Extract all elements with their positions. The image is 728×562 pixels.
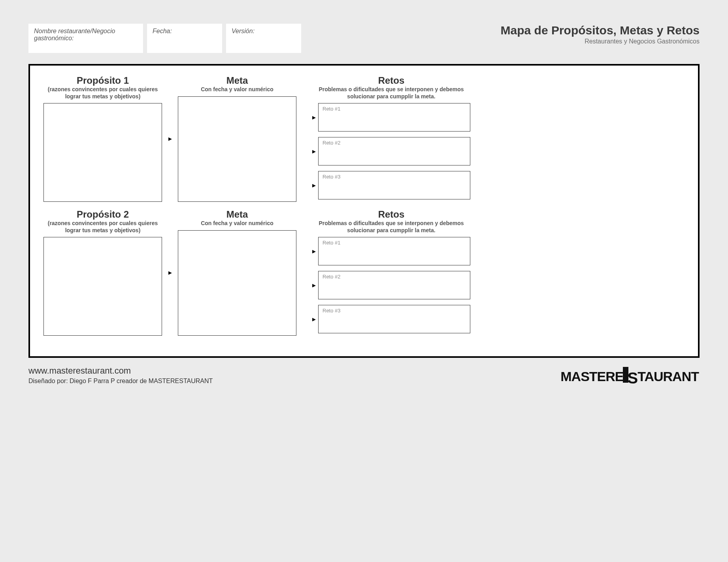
page-subtitle: Restaurantes y Negocios Gastronómicos: [501, 38, 700, 45]
reto-2-2-input[interactable]: [318, 271, 470, 299]
reto-1-1-input[interactable]: [318, 103, 470, 132]
proposito-2-subtitle: (razones convincentes por cuales quieres…: [43, 220, 162, 234]
reto-1-2-input[interactable]: [318, 137, 470, 165]
brand-logo: MASTERESTAURANT: [560, 367, 700, 385]
col-proposito-2: Propósito 2 (razones convincentes por cu…: [43, 209, 162, 336]
footer: www.masterestaurant.com Diseñado por: Di…: [28, 366, 700, 385]
arrow-right-icon: ▸: [168, 269, 172, 276]
arrow-right-icon: ▸: [312, 282, 316, 289]
canvas: Propósito 1 (razones convincentes por cu…: [28, 64, 700, 358]
section-2: Propósito 2 (razones convincentes por cu…: [43, 209, 685, 336]
arrow-right-icon: ▸: [312, 316, 316, 323]
col-head: Meta Con fecha y valor numérico: [178, 75, 296, 93]
arrow-spacer: [296, 209, 312, 336]
col-head: Retos Problemas o dificultades que se in…: [312, 209, 470, 234]
field-date[interactable]: Fecha:: [147, 24, 222, 53]
section-1: Propósito 1 (razones convincentes por cu…: [43, 75, 685, 202]
col-head: Propósito 1 (razones convincentes por cu…: [43, 75, 162, 100]
col-retos-1: Retos Problemas o dificultades que se in…: [312, 75, 470, 202]
col-head: Retos Problemas o dificultades que se in…: [312, 75, 470, 100]
reto-row: ▸: [312, 103, 470, 132]
col-head: Meta Con fecha y valor numérico: [178, 209, 296, 227]
reto-row: ▸: [312, 271, 470, 299]
reto-row: ▸: [312, 237, 470, 265]
reto-1-3-input[interactable]: [318, 171, 470, 199]
page-title: Mapa de Propósitos, Metas y Retos: [501, 24, 700, 37]
meta-1-subtitle: Con fecha y valor numérico: [178, 86, 296, 93]
reto-2-1-input[interactable]: [318, 237, 470, 265]
arrow-col: ▸: [162, 209, 178, 336]
retos-1-subtitle: Problemas o dificultades que se interpon…: [312, 86, 470, 100]
retos-2-title: Retos: [312, 209, 470, 220]
header-row: Nombre restaurante/Negocio gastronómico:…: [28, 24, 700, 53]
footer-left: www.masterestaurant.com Diseñado por: Di…: [28, 366, 213, 385]
col-head: Propósito 2 (razones convincentes por cu…: [43, 209, 162, 234]
logo-text-pre: MASTERE: [560, 369, 623, 384]
field-version[interactable]: Versión:: [226, 24, 301, 53]
proposito-1-subtitle: (razones convincentes por cuales quieres…: [43, 86, 162, 100]
arrow-right-icon: ▸: [312, 248, 316, 255]
field-restaurant-name[interactable]: Nombre restaurante/Negocio gastronómico:: [28, 24, 143, 53]
col-meta-1: Meta Con fecha y valor numérico: [178, 75, 296, 202]
reto-row: ▸: [312, 171, 470, 199]
retos-1-title: Retos: [312, 75, 470, 86]
meta-2-input[interactable]: [178, 230, 296, 336]
retos-1-list: ▸ ▸ ▸: [312, 103, 470, 202]
reto-2-3-input[interactable]: [318, 305, 470, 333]
arrow-spacer: [296, 75, 312, 202]
arrow-right-icon: ▸: [312, 114, 316, 121]
footer-credit: Diseñado por: Diego F Parra P creador de…: [28, 378, 213, 385]
proposito-1-title: Propósito 1: [43, 75, 162, 86]
meta-2-subtitle: Con fecha y valor numérico: [178, 220, 296, 227]
retos-2-list: ▸ ▸ ▸: [312, 237, 470, 336]
reto-row: ▸: [312, 305, 470, 333]
meta-fields: Nombre restaurante/Negocio gastronómico:…: [28, 24, 301, 53]
reto-row: ▸: [312, 137, 470, 165]
proposito-2-title: Propósito 2: [43, 209, 162, 220]
arrow-col: ▸: [162, 75, 178, 202]
logo-text-s: S: [628, 369, 638, 387]
arrow-right-icon: ▸: [312, 148, 316, 155]
arrow-right-icon: ▸: [168, 135, 172, 142]
footer-site: www.masterestaurant.com: [28, 366, 213, 376]
proposito-2-input[interactable]: [43, 237, 162, 336]
title-block: Mapa de Propósitos, Metas y Retos Restau…: [501, 24, 700, 45]
col-meta-2: Meta Con fecha y valor numérico: [178, 209, 296, 336]
meta-2-title: Meta: [178, 209, 296, 220]
logo-text-post: TAURANT: [637, 369, 699, 384]
meta-1-title: Meta: [178, 75, 296, 86]
proposito-1-input[interactable]: [43, 103, 162, 202]
col-proposito-1: Propósito 1 (razones convincentes por cu…: [43, 75, 162, 202]
col-retos-2: Retos Problemas o dificultades que se in…: [312, 209, 470, 336]
arrow-right-icon: ▸: [312, 182, 316, 189]
meta-1-input[interactable]: [178, 96, 296, 202]
retos-2-subtitle: Problemas o dificultades que se interpon…: [312, 220, 470, 234]
